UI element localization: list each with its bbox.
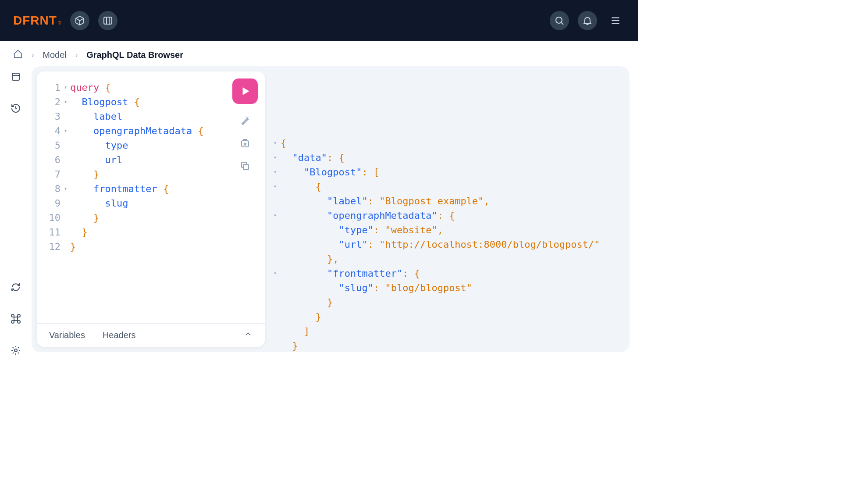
clear-button[interactable] (239, 137, 251, 150)
prettify-button[interactable] (239, 114, 251, 127)
command-icon (11, 314, 21, 324)
result-line: "slug": "blog/blogpost" (274, 281, 621, 295)
result-line: } (274, 310, 621, 324)
breadcrumb-current: GraphQL Data Browser (86, 50, 183, 60)
breadcrumb: › Model › GraphQL Data Browser (0, 41, 638, 66)
query-editor[interactable]: 1▾query {2▾ Blogpost {3 label4▾ opengrap… (37, 71, 265, 323)
svg-rect-12 (243, 164, 249, 170)
copy-button[interactable] (239, 160, 251, 172)
variables-tab[interactable]: Variables (49, 330, 85, 340)
code-line: 2▾ Blogpost { (44, 95, 258, 109)
workspace: 1▾query {2▾ Blogpost {3 label4▾ opengrap… (32, 66, 630, 352)
result-line: ▾ "opengraphMetadata": { (274, 208, 621, 223)
notifications-button[interactable] (578, 11, 597, 30)
shortcuts-rail-button[interactable] (10, 313, 22, 325)
copy-icon (240, 161, 250, 171)
columns-icon (103, 15, 113, 26)
result-line: "label": "Blogpost example", (274, 194, 621, 208)
code-line: 3 label (44, 109, 258, 124)
left-rail (0, 66, 32, 356)
svg-point-3 (556, 17, 562, 23)
result-line: "type": "website", (274, 223, 621, 237)
result-line: ▾ "frontmatter": { (274, 266, 621, 281)
code-line: 11 } (44, 225, 258, 239)
code-line: 5 type (44, 138, 258, 153)
chevron-right-icon: › (32, 51, 34, 59)
result-line: ▾{ (274, 136, 621, 150)
menu-icon (610, 15, 621, 26)
gear-icon (11, 345, 21, 356)
run-query-button[interactable] (232, 78, 258, 104)
result-line: "url": "http://localhost:8000/blog/blogp… (274, 237, 621, 252)
play-icon (239, 86, 251, 97)
editor-footer: Variables Headers (37, 323, 265, 347)
columns-nav-button[interactable] (98, 11, 117, 30)
search-button[interactable] (550, 11, 569, 30)
archive-icon (11, 71, 21, 82)
code-line: 6 url (44, 153, 258, 167)
archive-rail-button[interactable] (10, 71, 22, 83)
code-line: 9 slug (44, 196, 258, 210)
chevron-up-icon (244, 330, 253, 339)
svg-rect-0 (104, 17, 112, 24)
code-line: 1▾query { (44, 80, 258, 95)
result-line: ▾ { (274, 179, 621, 194)
main-area: 1▾query {2▾ Blogpost {3 label4▾ opengrap… (0, 66, 638, 356)
result-line: } (274, 339, 621, 352)
result-line: ] (274, 324, 621, 339)
result-panel[interactable]: ▾{▾ "data": {▾ "Blogpost": [▾ { "label":… (270, 66, 630, 352)
query-editor-panel: 1▾query {2▾ Blogpost {3 label4▾ opengrap… (37, 71, 265, 347)
chevron-right-icon: › (75, 51, 78, 59)
clear-icon (240, 138, 250, 149)
top-header: DFRNT® (0, 0, 638, 41)
code-line: 4▾ opengraphMetadata { (44, 124, 258, 138)
sync-rail-button[interactable] (10, 281, 22, 293)
code-line: 10 } (44, 210, 258, 225)
result-line: }, (274, 252, 621, 266)
cube-icon (75, 15, 85, 26)
code-line: 7 } (44, 167, 258, 182)
home-icon (13, 49, 23, 59)
result-line: } (274, 295, 621, 310)
logo-text: DFRNT (13, 14, 57, 27)
svg-rect-8 (12, 73, 19, 80)
svg-line-4 (562, 23, 564, 25)
result-line: ▾ "data": { (274, 150, 621, 165)
logo: DFRNT® (13, 14, 61, 28)
svg-point-10 (14, 349, 17, 352)
sync-icon (11, 282, 21, 292)
search-icon (554, 15, 565, 26)
cube-nav-button[interactable] (70, 11, 89, 30)
settings-rail-button[interactable] (10, 344, 22, 356)
bell-icon (582, 15, 593, 26)
editor-toolbar (232, 78, 258, 172)
result-line: ▾ "Blogpost": [ (274, 165, 621, 179)
collapse-footer-button[interactable] (244, 330, 253, 341)
history-rail-button[interactable] (10, 102, 22, 114)
code-line: 12} (44, 239, 258, 254)
magic-wand-icon (240, 115, 250, 126)
add-tab-button[interactable] (608, 74, 620, 86)
logo-suffix: ® (58, 21, 61, 25)
menu-button[interactable] (606, 11, 625, 30)
code-line: 8▾ frontmatter { (44, 182, 258, 196)
home-breadcrumb[interactable] (13, 49, 23, 61)
history-icon (11, 103, 21, 114)
breadcrumb-model[interactable]: Model (43, 50, 66, 60)
headers-tab[interactable]: Headers (103, 330, 136, 340)
